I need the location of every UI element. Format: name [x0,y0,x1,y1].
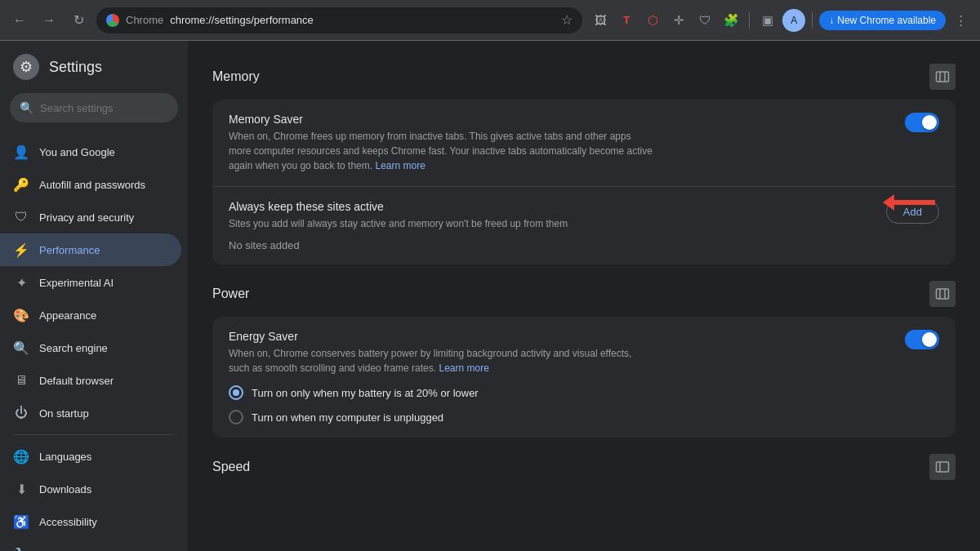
sidebar-label-you-google: You and Google [39,146,115,158]
power-card: Energy Saver When on, Chrome conserves b… [212,317,956,438]
sidebar-item-experimental-ai[interactable]: ✦ Experimental AI [0,266,181,299]
energy-saver-toggle[interactable] [905,330,939,349]
memory-section-icon[interactable] [929,64,956,90]
avatar[interactable]: A [782,9,805,32]
extensions-icon[interactable]: 🧩 [719,9,742,32]
sidebar: ⚙ Settings 🔍 👤 You and Google 🔑 Autofill… [0,41,188,551]
chrome-label: Chrome [126,14,163,26]
radio-unplugged[interactable]: Turn on when my computer is unplugged [229,410,939,424]
new-chrome-icon: ↓ [829,15,834,26]
sidebar-label-experimental-ai: Experimental AI [39,277,114,289]
addon-icon2[interactable]: ✛ [667,9,690,32]
always-keep-desc: Sites you add will always stay active an… [229,216,568,231]
new-chrome-label: New Chrome available [837,15,936,26]
search-settings-bar[interactable]: 🔍 [10,93,178,122]
accessibility-icon: ♿ [13,513,29,530]
sidebar-label-system: System [39,549,74,552]
sidebar-item-autofill[interactable]: 🔑 Autofill and passwords [0,168,181,201]
energy-saver-thumb [922,332,937,347]
memory-saver-desc: When on, Chrome frees up memory from ina… [229,129,653,173]
toolbar-separator2 [812,12,813,29]
sidebar-label-languages: Languages [39,451,91,463]
sidebar-item-you-and-google[interactable]: 👤 You and Google [0,136,181,168]
sidebar-item-system[interactable]: 🔧 System [0,538,181,551]
sidebar-item-appearance[interactable]: 🎨 Appearance [0,299,181,331]
memory-saver-row: Memory Saver When on, Chrome frees up me… [212,100,956,187]
memory-saver-header: Memory Saver When on, Chrome frees up me… [229,113,939,173]
downloads-icon: ⬇ [13,481,29,497]
settings-logo: ⚙ [13,54,39,80]
new-chrome-button[interactable]: ↓ New Chrome available [819,11,946,30]
radio-battery-20[interactable]: Turn on only when my battery is at 20% o… [229,385,939,400]
address-text: chrome://settings/performance [170,14,314,26]
sidebar-item-accessibility[interactable]: ♿ Accessibility [0,505,181,538]
settings-header: ⚙ Settings [0,41,188,87]
performance-icon: ⚡ [13,242,29,258]
sidebar-item-search-engine[interactable]: 🔍 Search engine [0,331,181,364]
always-keep-title: Always keep these sites active [229,200,568,213]
profile-icon-toolbar[interactable]: T [615,9,638,32]
sidebar-label-privacy: Privacy and security [39,211,134,224]
addon-icon3[interactable]: 🛡 [693,9,716,32]
star-icon[interactable]: ☆ [561,12,572,28]
languages-icon: 🌐 [13,448,29,464]
split-view-icon[interactable]: ▣ [756,9,779,32]
memory-saver-toggle[interactable] [905,113,939,132]
red-arrow-annotation [883,194,935,211]
sidebar-label-appearance: Appearance [39,309,96,322]
memory-saver-title: Memory Saver [229,113,653,126]
sidebar-item-performance[interactable]: ⚡ Performance [0,233,181,266]
you-google-icon: 👤 [13,144,29,160]
media-icon[interactable]: 🖼 [589,9,612,32]
memory-saver-learn-more[interactable]: Learn more [375,160,425,171]
privacy-icon: 🛡 [13,209,29,225]
settings-title: Settings [49,59,102,76]
startup-icon: ⏻ [13,405,29,421]
back-button[interactable]: ← [8,9,31,32]
speed-section-header: Speed [212,454,956,480]
memory-section-header: Memory [212,64,956,90]
power-section-icon[interactable] [929,281,956,307]
memory-saver-track [905,113,939,132]
sidebar-item-on-startup[interactable]: ⏻ On startup [0,397,181,429]
energy-saver-learn-more[interactable]: Learn more [439,362,488,374]
sidebar-label-downloads: Downloads [39,483,91,495]
always-keep-text: Always keep these sites active Sites you… [229,200,568,231]
arrow-head [883,194,894,211]
radio-battery-20-label: Turn on only when my battery is at 20% o… [252,387,479,399]
appearance-icon: 🎨 [13,307,29,323]
sidebar-item-downloads[interactable]: ⬇ Downloads [0,473,181,505]
main-layout: ⚙ Settings 🔍 👤 You and Google 🔑 Autofill… [0,41,980,551]
address-bar[interactable]: Chrome chrome://settings/performance ☆ [96,7,582,33]
always-keep-header: Always keep these sites active Sites you… [229,200,939,231]
search-input[interactable] [40,102,177,114]
content-area: Memory Memory Saver When on, Chrome free… [188,41,980,551]
sidebar-item-privacy[interactable]: 🛡 Privacy and security [0,201,181,233]
sidebar-item-default-browser[interactable]: 🖥 Default browser [0,364,181,397]
energy-saver-title: Energy Saver [229,330,653,343]
memory-saver-text: Memory Saver When on, Chrome frees up me… [229,113,653,173]
sidebar-label-default-browser: Default browser [39,375,114,387]
forward-button[interactable]: → [38,9,60,32]
autofill-icon: 🔑 [13,176,29,193]
energy-saver-text: Energy Saver When on, Chrome conserves b… [229,330,653,375]
menu-icon[interactable]: ⋮ [949,9,972,32]
svg-rect-6 [937,462,949,472]
search-engine-icon: 🔍 [13,340,29,356]
search-icon: 🔍 [20,101,33,114]
energy-saver-header: Energy Saver When on, Chrome conserves b… [229,330,939,375]
sidebar-item-languages[interactable]: 🌐 Languages [0,440,181,473]
radio-battery-20-dot [233,389,239,396]
experimental-ai-icon: ✦ [13,274,29,291]
reload-button[interactable]: ↻ [67,9,90,32]
energy-saver-track [905,330,939,349]
addon-icon1[interactable]: ⬡ [641,9,664,32]
energy-saver-desc: When on, Chrome conserves battery power … [229,346,653,375]
speed-section-icon[interactable] [929,454,956,480]
toolbar-icons: 🖼 T ⬡ ✛ 🛡 🧩 ▣ A ↓ New Chrome available ⋮ [589,9,972,32]
radio-unplugged-label: Turn on when my computer is unplugged [252,411,443,424]
memory-saver-thumb [922,115,937,130]
power-title: Power [212,287,249,301]
memory-card: Memory Saver When on, Chrome frees up me… [212,100,956,264]
sidebar-label-autofill: Autofill and passwords [39,179,145,191]
